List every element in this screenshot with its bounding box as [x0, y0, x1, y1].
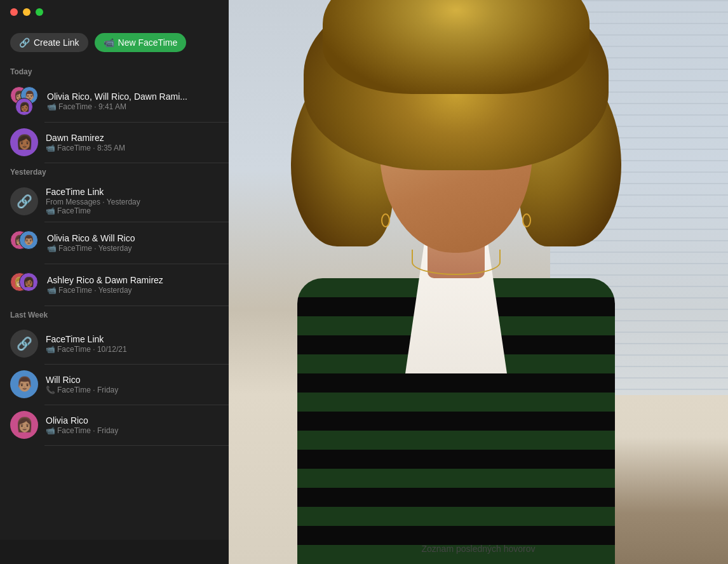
call-item-dawn[interactable]: 👩🏾 Dawn Ramirez 📹 FaceTime · 8:35 AM	[0, 122, 229, 163]
caption: Zoznam posledných hovorov	[422, 544, 536, 554]
avatar-group-two-ad: 👩🏼 👩🏾	[10, 270, 39, 299]
section-last-week: Last Week	[0, 306, 229, 323]
call-detail-ad: 📹 FaceTime · Yesterday	[47, 286, 219, 295]
call-name-olivia: Olivia Rico	[46, 415, 219, 426]
new-facetime-label: New FaceTime	[118, 37, 178, 48]
call-info-link-yesterday: FaceTime Link From Messages · Yesterday …	[46, 187, 219, 215]
call-detail-dawn: 📹 FaceTime · 8:35 AM	[46, 144, 219, 152]
avatar-dawn-2: 👩🏾	[19, 272, 38, 292]
video-camera-icon: 📹	[104, 37, 114, 48]
call-detail-will: 📞 FaceTime · Friday	[46, 386, 219, 394]
avatar-link-lastweek: 🔗	[10, 330, 38, 358]
window-controls	[10, 8, 43, 16]
call-info-will: Will Rico 📞 FaceTime · Friday	[46, 375, 219, 394]
call-name-link-lw: FaceTime Link	[46, 334, 219, 344]
new-facetime-button[interactable]: 📹 New FaceTime	[95, 33, 187, 52]
avatar-dawn: 👩🏾	[15, 98, 33, 116]
avatar-link-yesterday: 🔗	[10, 187, 38, 215]
call-info-ow: Olivia Rico & Will Rico 📹 FaceTime · Yes…	[47, 233, 219, 253]
hair	[297, 0, 615, 158]
call-detail: 📹 FaceTime · 9:41 AM	[47, 102, 219, 111]
call-detail-link-lw: 📹 FaceTime · 10/12/21	[46, 345, 219, 354]
call-info-olivia: Olivia Rico 📹 FaceTime · Friday	[46, 415, 219, 435]
call-item-will[interactable]: 👨🏽 Will Rico 📞 FaceTime · Friday	[0, 364, 229, 405]
call-item-olivia-will-dawn[interactable]: 👩🏽 👨🏽 👩🏾 Olivia Rico, Will Rico, Dawn Ra…	[0, 80, 229, 122]
section-today: Today	[0, 62, 229, 80]
call-detail-ow: 📹 FaceTime · Yesterday	[47, 244, 219, 253]
call-detail-text-dawn: FaceTime · 8:35 AM	[57, 144, 125, 152]
from-messages-text: From Messages · Yesterday	[46, 198, 140, 206]
video-icon7: 📹	[46, 426, 55, 435]
call-item-ashley-dawn[interactable]: 👩🏼 👩🏾 Ashley Rico & Dawn Ramirez 📹 FaceT…	[0, 264, 229, 306]
call-detail-text-will: FaceTime · Friday	[57, 386, 118, 394]
call-info: Olivia Rico, Will Rico, Dawn Rami... 📹 F…	[47, 91, 219, 111]
create-link-label: Create Link	[34, 37, 79, 48]
avatar-dawn-single: 👩🏾	[10, 128, 38, 156]
video-icon4: 📹	[47, 244, 57, 253]
earring-right	[522, 213, 531, 227]
main-content: Zoznam posledných hovorov	[229, 0, 728, 564]
video-icon3: 📹	[46, 206, 55, 215]
call-detail-from-messages: From Messages · Yesterday	[46, 198, 219, 206]
link-icon-3: 🔗	[17, 336, 32, 351]
call-name-dawn: Dawn Ramirez	[46, 133, 219, 143]
video-view: Zoznam posledných hovorov	[229, 0, 728, 564]
video-icon: 📹	[47, 102, 57, 111]
call-name-ow: Olivia Rico & Will Rico	[47, 233, 219, 243]
call-name-link: FaceTime Link	[46, 187, 219, 197]
call-detail-text-olivia: FaceTime · Friday	[57, 426, 118, 435]
call-name-will: Will Rico	[46, 375, 219, 385]
link-icon-2: 🔗	[17, 194, 32, 209]
avatar-group-two-ow: 👩🏽 👨🏽	[10, 228, 39, 257]
sidebar: 🔗 Create Link 📹 New FaceTime Today 👩🏽 👨🏽…	[0, 0, 229, 540]
avatar-group-three: 👩🏽 👨🏽 👩🏾	[10, 86, 39, 116]
earring-left	[381, 213, 390, 227]
maximize-button[interactable]	[36, 8, 43, 16]
call-detail-text: FaceTime · 9:41 AM	[58, 102, 126, 111]
call-item-link-yesterday[interactable]: 🔗 FaceTime Link From Messages · Yesterda…	[0, 180, 229, 222]
avatar-olivia-single: 👩🏽	[10, 411, 38, 439]
toolbar: 🔗 Create Link 📹 New FaceTime	[0, 24, 229, 62]
call-info-ad: Ashley Rico & Dawn Ramirez 📹 FaceTime · …	[47, 275, 219, 295]
create-link-button[interactable]: 🔗 Create Link	[10, 33, 88, 52]
call-name-ad: Ashley Rico & Dawn Ramirez	[47, 275, 219, 285]
call-item-link-lastweek[interactable]: 🔗 FaceTime Link 📹 FaceTime · 10/12/21	[0, 323, 229, 364]
title-bar	[0, 0, 229, 24]
call-item-olivia[interactable]: 👩🏽 Olivia Rico 📹 FaceTime · Friday	[0, 405, 229, 445]
call-name: Olivia Rico, Will Rico, Dawn Rami...	[47, 91, 219, 102]
call-detail-facetime: 📹 FaceTime	[46, 206, 219, 215]
necklace	[412, 250, 501, 275]
call-detail-text-ow: FaceTime · Yesterday	[58, 244, 132, 253]
avatar-will-single: 👨🏽	[10, 370, 38, 398]
call-detail-text-ad: FaceTime · Yesterday	[58, 286, 132, 295]
video-icon6: 📹	[46, 345, 55, 354]
phone-icon: 📞	[46, 386, 55, 394]
call-info-link-lastweek: FaceTime Link 📹 FaceTime · 10/12/21	[46, 334, 219, 354]
call-detail-olivia: 📹 FaceTime · Friday	[46, 426, 219, 435]
section-yesterday: Yesterday	[0, 163, 229, 180]
link-icon: 🔗	[19, 37, 30, 48]
call-detail-text-link-lw: FaceTime · 10/12/21	[57, 345, 127, 354]
person	[234, 18, 678, 564]
avatar-will-2: 👨🏽	[19, 231, 38, 250]
call-info-dawn: Dawn Ramirez 📹 FaceTime · 8:35 AM	[46, 133, 219, 152]
video-icon5: 📹	[47, 286, 57, 295]
video-icon2: 📹	[46, 144, 55, 152]
minimize-button[interactable]	[23, 8, 30, 16]
call-item-olivia-will[interactable]: 👩🏽 👨🏽 Olivia Rico & Will Rico 📹 FaceTime…	[0, 222, 229, 264]
facetime-label: FaceTime	[57, 206, 91, 215]
close-button[interactable]	[10, 8, 18, 16]
